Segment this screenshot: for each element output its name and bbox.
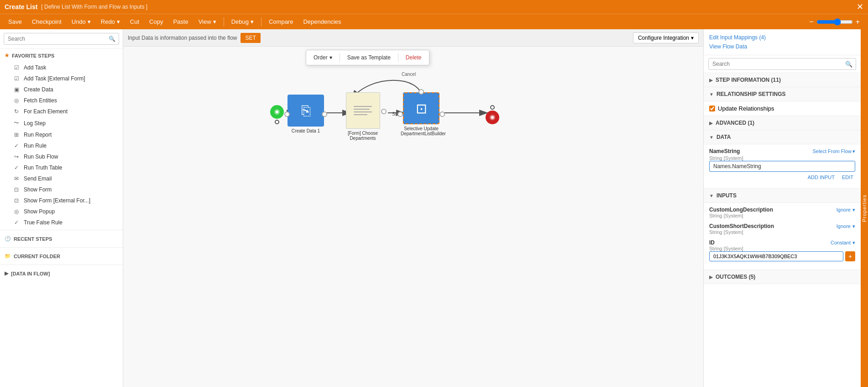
create-data-1-node[interactable]: ⎘ Create Data 1: [288, 95, 324, 133]
custom-long-desc-header: CustomLongDescription Ignore ▾: [709, 207, 855, 213]
update-relationships-label: Update Relationships: [718, 105, 774, 112]
start-node[interactable]: [270, 105, 284, 124]
ignore-1-control[interactable]: Ignore ▾: [837, 223, 855, 229]
id-value-input[interactable]: [709, 251, 843, 261]
menu-cut[interactable]: Cut: [125, 16, 144, 27]
properties-label: Properties: [862, 194, 867, 222]
sidebar-item-run-sub-flow[interactable]: ↪ Run Sub Flow: [0, 151, 123, 162]
star-icon: ★: [5, 53, 9, 58]
sidebar-item-add-task-external[interactable]: ☑ Add Task [External Form]: [0, 73, 123, 84]
create-data-1-label: Create Data 1: [292, 128, 320, 133]
add-task-ext-icon: ☑: [13, 75, 20, 82]
right-search-icon: 🔍: [845, 61, 852, 68]
relationship-settings-body: Update Relationships: [704, 101, 861, 116]
right-search-input[interactable]: [708, 58, 856, 70]
menu-view[interactable]: View ▾: [194, 16, 221, 27]
menu-dependencies[interactable]: Dependencies: [298, 16, 345, 27]
set-button[interactable]: SET: [241, 33, 260, 43]
sidebar-item-show-form[interactable]: ⊡ Show Form: [0, 184, 123, 195]
sidebar-divider-2: [0, 247, 123, 248]
menu-debug[interactable]: Debug ▾: [227, 16, 258, 27]
menu-redo[interactable]: Redo ▾: [96, 16, 125, 27]
outcomes-label: OUTCOMES (5): [716, 274, 755, 280]
current-folder-header[interactable]: 📁 CURRENT FOLDER: [0, 249, 123, 263]
selective-update-right-connector: [439, 111, 445, 117]
zoom-minus-icon[interactable]: −: [809, 18, 813, 26]
custom-short-description-row: CustomShortDescription Ignore ▾ String […: [709, 223, 855, 235]
select-from-flow-button[interactable]: Select From Flow ▾: [812, 148, 855, 154]
update-relationships-row: Update Relationships: [709, 105, 855, 112]
outcomes-header[interactable]: ▶ OUTCOMES (5): [704, 270, 861, 284]
edit-button[interactable]: EDIT: [840, 174, 855, 181]
sidebar-item-fetch-entities[interactable]: ◎ Fetch Entities: [0, 95, 123, 106]
zoom-slider[interactable]: [816, 18, 853, 26]
name-string-input[interactable]: [709, 161, 855, 172]
end-node[interactable]: [486, 105, 499, 124]
menu-copy[interactable]: Copy: [145, 16, 167, 27]
inputs-toggle: ▼: [709, 193, 714, 198]
delete-button[interactable]: Delete: [402, 53, 425, 62]
menu-undo[interactable]: Undo ▾: [67, 16, 95, 27]
create-data-icon: ▣: [13, 86, 20, 93]
right-panel: Edit Input Mappings (4) View Flow Data 🔍…: [703, 29, 861, 387]
app-title: Create List: [5, 3, 37, 11]
sidebar-item-run-rule[interactable]: ✓ Run Rule: [0, 140, 123, 151]
configure-integration-button[interactable]: Configure Integration ▾: [633, 32, 699, 43]
selective-update-node[interactable]: ⊡ Selective Update DepartmentListBuilder: [401, 92, 442, 136]
data-toggle: ▼: [709, 135, 714, 140]
create-data-1-left-connector: [284, 111, 290, 117]
save-as-template-button[interactable]: Save as Template: [344, 53, 394, 62]
menu-paste[interactable]: Paste: [168, 16, 193, 27]
data-in-flow-header[interactable]: ▶ [DATA IN FLOW]: [0, 267, 123, 280]
sidebar-item-create-data[interactable]: ▣ Create Data: [0, 84, 123, 95]
add-input-button[interactable]: ADD INPUT: [806, 174, 837, 181]
data-in-flow-chevron: ▶: [5, 270, 8, 276]
sidebar-divider-3: [0, 265, 123, 265]
sidebar-item-run-truth-table[interactable]: ✓ Run Truth Table: [0, 162, 123, 173]
sidebar-item-true-false-rule[interactable]: ✓ True False Rule: [0, 217, 123, 228]
ignore-0-control[interactable]: Ignore ▾: [837, 207, 855, 213]
sidebar-item-run-report[interactable]: ⊞ Run Report: [0, 129, 123, 140]
sidebar-item-log-step[interactable]: 〜 Log Step: [0, 117, 123, 129]
order-button[interactable]: Order ▾: [310, 53, 336, 62]
view-flow-data-link[interactable]: View Flow Data: [709, 42, 855, 51]
properties-strip[interactable]: Properties: [861, 29, 868, 387]
id-add-button[interactable]: +: [845, 251, 855, 261]
svg-point-6: [276, 111, 278, 113]
menu-compare[interactable]: Compare: [264, 16, 298, 27]
close-button[interactable]: ✕: [857, 2, 863, 12]
add-task-icon: ☑: [13, 64, 20, 71]
edit-input-mappings-link[interactable]: Edit Input Mappings (4): [709, 33, 855, 42]
sidebar-item-show-popup[interactable]: ◎ Show Popup: [0, 206, 123, 217]
run-truth-table-icon: ✓: [13, 164, 20, 171]
sidebar-item-show-form-external[interactable]: ⊡ Show Form [External For...]: [0, 195, 123, 206]
relationship-settings-header[interactable]: ▼ RELATIONSHIP SETTINGS: [704, 87, 861, 101]
sidebar-item-send-email[interactable]: ✉ Send Email: [0, 173, 123, 184]
create-data-1-icon: ⎘: [302, 102, 310, 119]
id-header: ID Constant ▾: [709, 239, 855, 246]
step-info-header[interactable]: ▶ STEP INFORMATION (11): [704, 73, 861, 87]
selective-update-left-connector: [397, 111, 403, 117]
data-section-header[interactable]: ▼ DATA: [704, 130, 861, 144]
zoom-control: − +: [809, 18, 860, 26]
create-data-1-box: ⎘: [288, 95, 324, 127]
step-info-toggle: ▶: [709, 78, 713, 83]
sidebar-item-add-task[interactable]: ☑ Add Task: [0, 62, 123, 73]
inputs-section-header[interactable]: ▼ INPUTS: [704, 189, 861, 203]
custom-long-description-row: CustomLongDescription Ignore ▾ String [S…: [709, 207, 855, 218]
run-rule-icon: ✓: [13, 143, 20, 149]
menu-checkpoint[interactable]: Checkpoint: [27, 16, 66, 27]
advanced-header[interactable]: ▶ ADVANCED (1): [704, 116, 861, 130]
zoom-plus-icon[interactable]: +: [856, 18, 860, 26]
constant-control[interactable]: Constant ▾: [831, 240, 855, 246]
flow-canvas[interactable]: ⎘ Create Data 1 [Form] Choose Depa: [123, 47, 703, 387]
form-node[interactable]: [Form] Choose Departments Submit: [342, 92, 383, 141]
menu-save[interactable]: Save: [4, 16, 26, 27]
sidebar-item-for-each[interactable]: ↻ For Each Element: [0, 106, 123, 117]
update-relationships-checkbox[interactable]: [709, 106, 715, 111]
inputs-section-body: CustomLongDescription Ignore ▾ String [S…: [704, 203, 861, 270]
search-input[interactable]: [4, 33, 119, 45]
recent-steps-header[interactable]: 🕐 RECENT STEPS: [0, 232, 123, 245]
favorite-steps-header[interactable]: ★ FAVORITE STEPS: [0, 49, 123, 62]
data-actions: ADD INPUT EDIT: [709, 174, 855, 181]
